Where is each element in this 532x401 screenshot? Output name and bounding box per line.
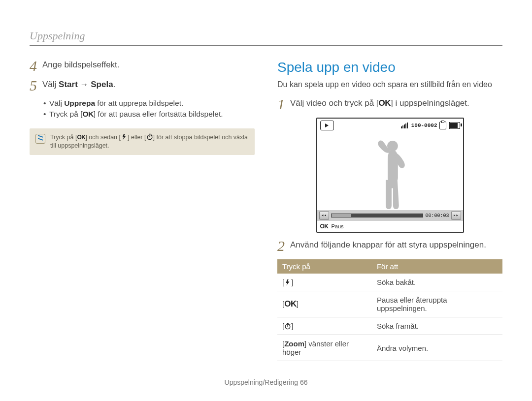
pause-label: Paus bbox=[332, 223, 344, 229]
key-timer: [] bbox=[277, 317, 372, 335]
bullet-2-pre: Tryck på [ bbox=[49, 110, 82, 118]
step-number-2: 2 bbox=[277, 239, 290, 253]
ok-icon: OK bbox=[379, 98, 391, 109]
step-5-post: . bbox=[113, 80, 116, 89]
flash-icon bbox=[121, 133, 128, 140]
memory-card-icon bbox=[439, 122, 446, 129]
timer-icon bbox=[284, 323, 291, 330]
bullet-1: Välj Upprepa för att upprepa bildspelet. bbox=[43, 99, 255, 108]
page-footer: Uppspelning/Redigering 66 bbox=[0, 378, 532, 386]
heading-play-video: Spela upp en video bbox=[277, 60, 502, 75]
step-5-text: Välj Start → Spela. bbox=[42, 79, 255, 90]
note-a: Tryck på [ bbox=[50, 134, 77, 141]
video-preview-screen: 100-0002 bbox=[316, 118, 464, 233]
step-5-pre: Välj bbox=[42, 80, 59, 89]
volume-bars-icon bbox=[401, 123, 408, 128]
step-number-5: 5 bbox=[30, 78, 42, 93]
right-column: Spela upp en video Du kan spela upp en v… bbox=[277, 60, 502, 361]
timer-icon bbox=[146, 133, 153, 140]
progress-track bbox=[331, 214, 424, 217]
val-volume: Ändra volymen. bbox=[372, 335, 502, 361]
val-forward: Söka framåt. bbox=[372, 317, 502, 335]
ok-icon: OK bbox=[320, 223, 329, 230]
step-5-bullets: Välj Upprepa för att upprepa bildspelet.… bbox=[30, 99, 255, 119]
file-counter: 100-0002 bbox=[411, 123, 437, 128]
footer-section: Uppspelning/Redigering bbox=[225, 378, 300, 386]
step-5-bold: Start → Spela bbox=[59, 80, 113, 89]
step-1-pre: Välj video och tryck på [ bbox=[290, 98, 379, 108]
bullet-1-post: för att upprepa bildspelet. bbox=[95, 99, 183, 107]
key-zoom: [Zoom] vänster eller höger bbox=[277, 335, 372, 361]
bullet-1-pre: Välj bbox=[49, 99, 64, 107]
note-icon bbox=[35, 134, 45, 144]
bullet-2: Tryck på [OK] för att pausa eller fortsä… bbox=[43, 110, 255, 119]
note-text: Tryck på [OK] och sedan [] eller [] för … bbox=[50, 133, 249, 150]
th-press: Tryck på bbox=[277, 259, 372, 274]
svg-rect-1 bbox=[149, 134, 151, 134]
note-c: ] eller [ bbox=[128, 134, 146, 141]
note-box: Tryck på [OK] och sedan [] eller [] för … bbox=[30, 128, 255, 155]
controls-table: Tryck på För att [] Söka bakåt. [OK] Pau… bbox=[277, 259, 502, 361]
step-4-text: Ange bildspelseffekt. bbox=[42, 60, 255, 70]
footer-page-number: 66 bbox=[300, 378, 308, 386]
screen-status-bar: 100-0002 bbox=[401, 122, 460, 129]
playback-time: 00:00:03 bbox=[425, 213, 449, 218]
intro-text: Du kan spela upp en video och spara en s… bbox=[277, 80, 502, 89]
step-number-1: 1 bbox=[277, 97, 290, 112]
video-playbar: ◂◂ 00:00:03 ▸▸ bbox=[317, 210, 463, 221]
th-for: För att bbox=[372, 259, 502, 274]
rewind-icon: ◂◂ bbox=[319, 211, 329, 220]
key-ok: [OK] bbox=[277, 291, 372, 317]
val-rewind: Söka bakåt. bbox=[372, 274, 502, 291]
bullet-2-post: ] för att pausa eller fortsätta bildspel… bbox=[94, 110, 223, 118]
flash-icon bbox=[284, 279, 291, 286]
note-b: ] och sedan [ bbox=[85, 134, 121, 141]
key-flash: [] bbox=[277, 274, 372, 291]
ok-icon: OK bbox=[284, 299, 297, 309]
ok-icon: OK bbox=[77, 133, 85, 141]
step-2-text: Använd följande knappar för att styra up… bbox=[290, 240, 502, 250]
svg-rect-4 bbox=[287, 323, 289, 324]
step-1-post: ] i uppspelningsläget. bbox=[391, 98, 469, 108]
video-silhouette bbox=[317, 131, 463, 210]
screen-footer: OK Paus bbox=[317, 221, 463, 232]
forward-icon: ▸▸ bbox=[451, 211, 461, 220]
section-header: Uppspelning bbox=[30, 30, 502, 46]
ok-icon: OK bbox=[82, 110, 93, 119]
val-pause: Pausa eller återuppta uppspelningen. bbox=[372, 291, 502, 317]
left-column: 4 Ange bildspelseffekt. 5 Välj Start → S… bbox=[30, 60, 255, 361]
step-1-text: Välj video och tryck på [OK] i uppspelni… bbox=[290, 98, 502, 109]
bullet-1-bold: Upprepa bbox=[64, 99, 95, 107]
battery-icon bbox=[449, 122, 460, 129]
zoom-bold: Zoom bbox=[284, 339, 304, 348]
video-mode-icon bbox=[320, 121, 334, 130]
step-number-4: 4 bbox=[30, 59, 42, 73]
